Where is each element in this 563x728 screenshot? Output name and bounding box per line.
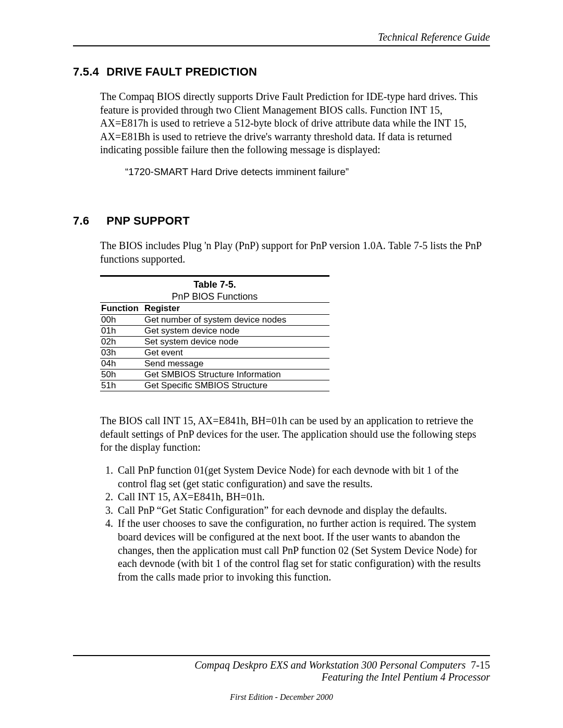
cell-function: 50h <box>100 369 143 380</box>
table-row: 00hGet number of system device nodes <box>100 315 329 326</box>
cell-function: 02h <box>100 337 143 348</box>
page-number: 7-15 <box>471 659 490 671</box>
cell-register: Get SMBIOS Structure Information <box>143 369 329 380</box>
footer-title-line: Compaq Deskpro EXS and Workstation 300 P… <box>73 659 490 671</box>
footer-doc-title: Compaq Deskpro EXS and Workstation 300 P… <box>194 659 466 671</box>
cell-register: Send message <box>143 359 329 369</box>
table-7-5: Table 7-5. PnP BIOS Functions Function R… <box>100 275 329 391</box>
pnp-functions-table: Function Register 00hGet number of syste… <box>100 302 329 391</box>
footer-rule <box>73 655 490 656</box>
steps-list: Call PnP function 01(get System Device N… <box>100 464 490 584</box>
paragraph-pnp-steps-intro: The BIOS call INT 15, AX=E841h, BH=01h c… <box>100 414 490 454</box>
smart-message: “1720-SMART Hard Drive detects imminent … <box>125 166 490 178</box>
cell-register: Get number of system device nodes <box>143 315 329 326</box>
heading-7-5-4: 7.5.4 DRIVE FAULT PREDICTION <box>73 65 490 79</box>
list-item: Call PnP function 01(get System Device N… <box>116 464 490 490</box>
cell-function: 01h <box>100 326 143 337</box>
table-header-row: Function Register <box>100 303 329 315</box>
table-row: 01hGet system device node <box>100 326 329 337</box>
cell-register: Get Specific SMBIOS Structure <box>143 380 329 391</box>
cell-function: 04h <box>100 359 143 369</box>
list-item: Call INT 15, AX=E841h, BH=01h. <box>116 490 490 504</box>
heading-number: 7.6 <box>73 214 103 228</box>
heading-number: 7.5.4 <box>73 65 103 79</box>
heading-title: PNP SUPPORT <box>106 214 190 227</box>
col-register: Register <box>143 303 329 315</box>
list-item: Call PnP “Get Static Configuration” for … <box>116 504 490 517</box>
cell-register: Get event <box>143 348 329 359</box>
cell-function: 51h <box>100 380 143 391</box>
table-subtitle: PnP BIOS Functions <box>172 291 258 302</box>
table-row: 03hGet event <box>100 348 329 359</box>
table-row: 50hGet SMBIOS Structure Information <box>100 369 329 380</box>
heading-title: DRIVE FAULT PREDICTION <box>106 65 257 78</box>
footer-subtitle-line: Featuring the Intel Pentium 4 Processor <box>73 671 490 683</box>
paragraph-pnp-intro: The BIOS includes Plug 'n Play (PnP) sup… <box>100 239 490 266</box>
running-header: Technical Reference Guide <box>73 31 490 43</box>
heading-7-6: 7.6 PNP SUPPORT <box>73 214 490 228</box>
cell-function: 00h <box>100 315 143 326</box>
table-row: 51hGet Specific SMBIOS Structure <box>100 380 329 391</box>
table-row: 02hSet system device node <box>100 337 329 348</box>
footer-edition-line: First Edition - December 2000 <box>73 693 490 702</box>
col-function: Function <box>100 303 143 315</box>
footer: Compaq Deskpro EXS and Workstation 300 P… <box>73 655 490 702</box>
table-row: 04hSend message <box>100 359 329 369</box>
table-caption: Table 7-5. PnP BIOS Functions <box>100 277 329 302</box>
page: Technical Reference Guide 7.5.4 DRIVE FA… <box>0 0 563 728</box>
cell-register: Set system device node <box>143 337 329 348</box>
cell-function: 03h <box>100 348 143 359</box>
paragraph-drive-fault: The Compaq BIOS directly supports Drive … <box>100 90 490 157</box>
cell-register: Get system device node <box>143 326 329 337</box>
table-label: Table 7-5. <box>193 279 236 290</box>
header-rule <box>73 45 490 46</box>
list-item: If the user chooses to save the configur… <box>116 517 490 584</box>
